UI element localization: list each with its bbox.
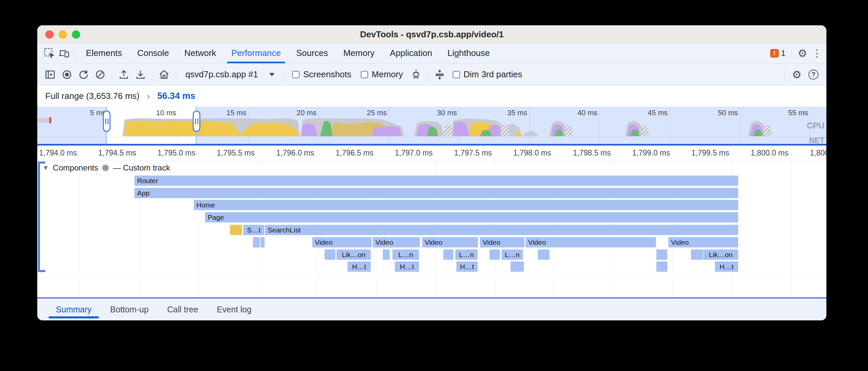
- timeline-breadcrumbs: Full range (3,653.76 ms) › 56.34 ms: [37, 86, 827, 107]
- flame-bar[interactable]: [324, 250, 336, 260]
- flame-bar-router[interactable]: Router: [134, 175, 738, 186]
- chevron-down-icon: [269, 73, 275, 76]
- flame-bar-video[interactable]: Video: [312, 237, 372, 248]
- flame-bar-video[interactable]: Video: [668, 237, 738, 248]
- details-tab-event-log[interactable]: Event log: [207, 298, 260, 320]
- tab-application[interactable]: Application: [382, 43, 440, 63]
- flame-bar-lik-on[interactable]: Lik…on: [703, 250, 738, 260]
- net-lane-divider: [37, 137, 827, 137]
- flame-bar-l-n[interactable]: L…n: [393, 250, 419, 260]
- issues-badge[interactable]: ! 1: [770, 49, 785, 58]
- collapse-triangle-icon[interactable]: ▼: [42, 164, 49, 172]
- flame-bar-home[interactable]: Home: [194, 200, 738, 210]
- react-atom-icon: [101, 164, 110, 172]
- upload-profile-icon[interactable]: [116, 67, 132, 82]
- divider: [428, 68, 428, 81]
- flame-bar-page[interactable]: Page: [205, 212, 738, 223]
- checkbox-box: [361, 71, 368, 78]
- flame-bar[interactable]: [538, 250, 550, 260]
- target-selector-dropdown[interactable]: qsvd7p.csb.app #1: [182, 67, 278, 82]
- help-icon[interactable]: ?: [805, 67, 822, 82]
- tab-console[interactable]: Console: [129, 43, 176, 63]
- flame-bar[interactable]: [656, 250, 667, 260]
- full-range-crumb[interactable]: Full range (3,653.76 ms): [45, 91, 140, 101]
- cpu-lane-label: CPU: [807, 121, 825, 131]
- selection-left-handle[interactable]: [103, 111, 111, 132]
- flame-bar-video[interactable]: Video: [422, 237, 478, 248]
- details-tab-summary[interactable]: Summary: [46, 298, 101, 320]
- flame-bar[interactable]: [691, 250, 703, 260]
- device-toolbar-icon[interactable]: [57, 46, 71, 61]
- tab-elements[interactable]: Elements: [78, 43, 129, 63]
- flame-bar[interactable]: [253, 237, 260, 248]
- divider: [792, 47, 792, 59]
- track-name: Components: [53, 163, 98, 172]
- flame-bar-h-t[interactable]: H…t: [347, 261, 371, 272]
- track-header[interactable]: ▼ Components — Custom track: [42, 163, 170, 172]
- flame-bar-lik-on[interactable]: Lik…on: [337, 250, 371, 260]
- flame-bar-h-t[interactable]: H…t: [395, 261, 419, 272]
- time-axis-label: 1,797.5 ms: [439, 148, 492, 158]
- flame-bar-app[interactable]: App: [134, 188, 738, 198]
- tab-performance[interactable]: Performance: [224, 43, 288, 63]
- more-options-icon[interactable]: ⋮: [810, 46, 825, 61]
- tab-network[interactable]: Network: [177, 43, 224, 63]
- overview-ruler-label: 30 ms: [407, 109, 457, 117]
- collect-garbage-icon[interactable]: [408, 67, 424, 82]
- flame-bar-l-n[interactable]: L…n: [502, 250, 523, 260]
- capture-settings-gear-icon[interactable]: ⚙: [788, 67, 805, 82]
- toggle-sidebar-icon[interactable]: [42, 67, 59, 82]
- divider: [152, 68, 152, 81]
- screenshots-checkbox[interactable]: Screenshots: [292, 69, 351, 80]
- download-profile-icon[interactable]: [132, 67, 149, 82]
- flame-bar-l-n[interactable]: L…n: [455, 250, 477, 260]
- flame-bar[interactable]: [383, 250, 390, 260]
- flame-bar-video[interactable]: Video: [480, 237, 525, 248]
- flame-bar-searchlist[interactable]: SearchList: [265, 225, 738, 235]
- flame-bar-s-t[interactable]: S…t: [243, 225, 264, 235]
- target-selector-value: qsvd7p.csb.app #1: [185, 69, 258, 80]
- home-icon[interactable]: [156, 67, 173, 82]
- tab-sources[interactable]: Sources: [288, 43, 336, 63]
- time-axis-label: 1,796.0 ms: [261, 148, 314, 158]
- details-tab-bottom-up[interactable]: Bottom-up: [101, 298, 158, 320]
- collapse-tracks-icon[interactable]: [431, 67, 448, 82]
- chevron-right-icon: ›: [147, 91, 150, 102]
- settings-gear-icon[interactable]: ⚙: [795, 46, 810, 61]
- time-axis-label: 1,795.5 ms: [202, 148, 255, 158]
- flame-bar-h-t[interactable]: H…t: [456, 261, 477, 272]
- flame-bar-video[interactable]: Video: [373, 237, 420, 248]
- selection-right-handle[interactable]: [193, 111, 200, 132]
- time-axis-label: 1,799.0 ms: [617, 148, 670, 158]
- flame-bar-h-t[interactable]: H…t: [715, 261, 738, 272]
- clear-icon[interactable]: [92, 67, 108, 82]
- timeline-overview[interactable]: 5 ms10 ms15 ms20 ms25 ms30 ms35 ms40 ms4…: [37, 107, 827, 146]
- inspect-element-icon[interactable]: [42, 46, 57, 61]
- flame-chart[interactable]: ▼ Components — Custom track RouterAppHom…: [37, 160, 827, 297]
- track-bottom-line: [37, 275, 827, 275]
- reload-record-icon[interactable]: [75, 67, 92, 82]
- tab-memory[interactable]: Memory: [336, 43, 382, 63]
- flame-bar[interactable]: [490, 250, 500, 260]
- record-icon[interactable]: [59, 67, 75, 82]
- issue-warning-icon: !: [770, 49, 779, 58]
- flame-gridline: [791, 161, 792, 297]
- flame-bar[interactable]: [656, 261, 667, 272]
- track-suffix: — Custom track: [113, 163, 170, 172]
- tab-lighthouse[interactable]: Lighthouse: [440, 43, 498, 63]
- flame-bar[interactable]: [260, 237, 265, 248]
- time-axis-label: 1,800.0 ms: [735, 148, 788, 158]
- flame-gridline: [80, 161, 80, 297]
- flame-bar[interactable]: [443, 250, 453, 260]
- devtools-tabbar: ElementsConsoleNetworkPerformanceSources…: [37, 43, 827, 64]
- dim-3rd-parties-checkbox[interactable]: Dim 3rd parties: [453, 69, 522, 80]
- flame-bar[interactable]: [230, 225, 242, 235]
- flame-bar-video[interactable]: Video: [526, 237, 656, 248]
- time-axis-label: 1,796.5 ms: [320, 148, 373, 158]
- flame-bar[interactable]: [510, 261, 524, 272]
- time-axis-label: 1,794.5 ms: [83, 148, 136, 158]
- selected-range-crumb[interactable]: 56.34 ms: [157, 91, 195, 101]
- details-tab-call-tree[interactable]: Call tree: [158, 298, 207, 320]
- memory-checkbox[interactable]: Memory: [361, 69, 403, 80]
- time-axis-label: 1,795.0 ms: [142, 148, 195, 158]
